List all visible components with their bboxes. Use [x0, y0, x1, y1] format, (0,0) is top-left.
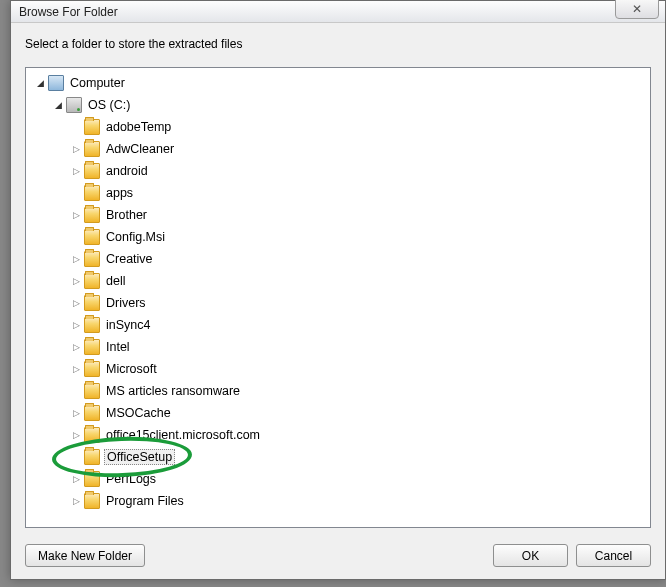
title-text: Browse For Folder [19, 5, 118, 19]
tree-item[interactable]: ▷Intel [26, 336, 650, 358]
make-new-folder-button[interactable]: Make New Folder [25, 544, 145, 567]
chevron-right-icon[interactable]: ▷ [70, 473, 82, 485]
tree-item-label: MSOCache [104, 405, 173, 421]
chevron-right-icon[interactable]: ▷ [70, 253, 82, 265]
browse-folder-dialog: Browse For Folder ✕ Select a folder to s… [10, 0, 666, 580]
ok-button[interactable]: OK [493, 544, 568, 567]
tree-item[interactable]: ▷Program Files [26, 490, 650, 512]
tree-item[interactable]: ▷Brother [26, 204, 650, 226]
tree-item[interactable]: ▷MSOCache [26, 402, 650, 424]
chevron-right-icon[interactable]: ▷ [70, 165, 82, 177]
tree-item-label: office15client.microsoft.com [104, 427, 262, 443]
tree-item-label: Computer [68, 75, 127, 91]
tree-item-label: Microsoft [104, 361, 159, 377]
tree-item-label: AdwCleaner [104, 141, 176, 157]
chevron-right-icon[interactable]: ▷ [70, 407, 82, 419]
tree-item[interactable]: adobeTemp [26, 116, 650, 138]
folder-icon [84, 449, 100, 465]
tree-item-label: Creative [104, 251, 155, 267]
folder-icon [84, 361, 100, 377]
tree-item-label: OS (C:) [86, 97, 132, 113]
chevron-right-icon[interactable]: ▷ [70, 363, 82, 375]
chevron-right-icon[interactable]: ▷ [70, 495, 82, 507]
tree-item-label: Config.Msi [104, 229, 167, 245]
chevron-right-icon[interactable]: ▷ [70, 297, 82, 309]
chevron-right-icon[interactable]: ▷ [70, 341, 82, 353]
tree-item[interactable]: OfficeSetup [26, 446, 650, 468]
close-button[interactable]: ✕ [615, 0, 659, 19]
folder-icon [84, 295, 100, 311]
titlebar: Browse For Folder ✕ [11, 1, 665, 23]
chevron-right-icon[interactable]: ▷ [70, 275, 82, 287]
folder-icon [84, 163, 100, 179]
tree-item-label: dell [104, 273, 127, 289]
chevron-down-icon[interactable]: ◢ [52, 99, 64, 111]
computer-icon [48, 75, 64, 91]
folder-icon [84, 207, 100, 223]
tree-item-label: adobeTemp [104, 119, 173, 135]
folder-icon [84, 471, 100, 487]
chevron-right-icon[interactable]: ▷ [70, 209, 82, 221]
tree-item[interactable]: ▷office15client.microsoft.com [26, 424, 650, 446]
drive-icon [66, 97, 82, 113]
close-icon: ✕ [632, 2, 642, 16]
tree-item[interactable]: ◢OS (C:) [26, 94, 650, 116]
folder-icon [84, 405, 100, 421]
chevron-right-icon[interactable]: ▷ [70, 143, 82, 155]
folder-icon [84, 141, 100, 157]
tree-item[interactable]: ▷inSync4 [26, 314, 650, 336]
tree-item[interactable]: ▷Drivers [26, 292, 650, 314]
tree-item-label: MS articles ransomware [104, 383, 242, 399]
folder-icon [84, 427, 100, 443]
folder-icon [84, 185, 100, 201]
cancel-button[interactable]: Cancel [576, 544, 651, 567]
tree-item[interactable]: apps [26, 182, 650, 204]
tree-item-label: PerfLogs [104, 471, 158, 487]
chevron-right-icon[interactable]: ▷ [70, 429, 82, 441]
tree-item[interactable]: ▷Creative [26, 248, 650, 270]
folder-icon [84, 383, 100, 399]
tree-item-label: Intel [104, 339, 132, 355]
folder-icon [84, 273, 100, 289]
tree-item[interactable]: ▷PerfLogs [26, 468, 650, 490]
tree-item[interactable]: Config.Msi [26, 226, 650, 248]
chevron-right-icon[interactable]: ▷ [70, 319, 82, 331]
tree-item[interactable]: ▷android [26, 160, 650, 182]
tree-item[interactable]: ◢Computer [26, 72, 650, 94]
tree-item-label: Brother [104, 207, 149, 223]
folder-tree[interactable]: ◢Computer◢OS (C:)adobeTemp▷AdwCleaner▷an… [25, 67, 651, 528]
tree-item[interactable]: ▷AdwCleaner [26, 138, 650, 160]
tree-item-label: android [104, 163, 150, 179]
chevron-down-icon[interactable]: ◢ [34, 77, 46, 89]
tree-item[interactable]: ▷Microsoft [26, 358, 650, 380]
folder-icon [84, 317, 100, 333]
tree-item-label: Program Files [104, 493, 186, 509]
folder-icon [84, 339, 100, 355]
folder-icon [84, 251, 100, 267]
folder-icon [84, 493, 100, 509]
tree-item-label: Drivers [104, 295, 148, 311]
tree-item[interactable]: MS articles ransomware [26, 380, 650, 402]
tree-item-label: apps [104, 185, 135, 201]
tree-item[interactable]: ▷dell [26, 270, 650, 292]
folder-icon [84, 229, 100, 245]
button-row: Make New Folder OK Cancel [11, 536, 665, 579]
instruction-text: Select a folder to store the extracted f… [11, 23, 665, 59]
tree-item-label: inSync4 [104, 317, 152, 333]
folder-icon [84, 119, 100, 135]
tree-item-label: OfficeSetup [104, 449, 175, 465]
